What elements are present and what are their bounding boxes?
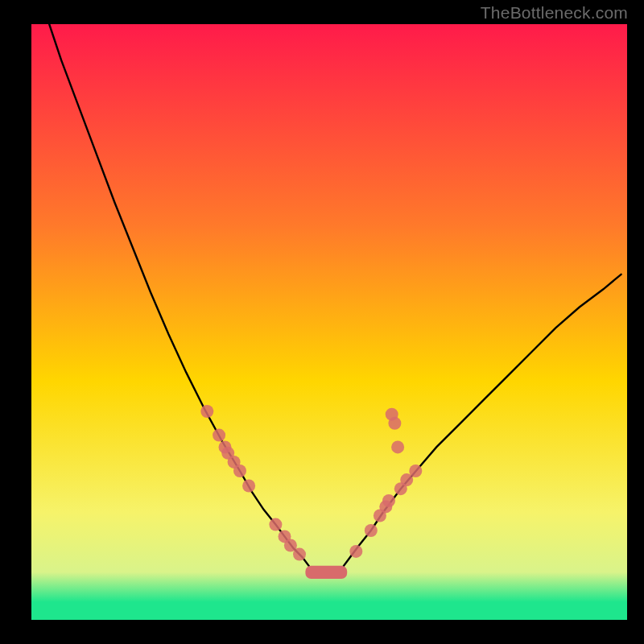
color-gradient-background [31,24,627,620]
plot-area [31,24,627,620]
watermark-text: TheBottleneck.com [481,3,628,23]
chart-frame: TheBottleneck.com [0,0,644,644]
svg-rect-0 [31,24,627,620]
